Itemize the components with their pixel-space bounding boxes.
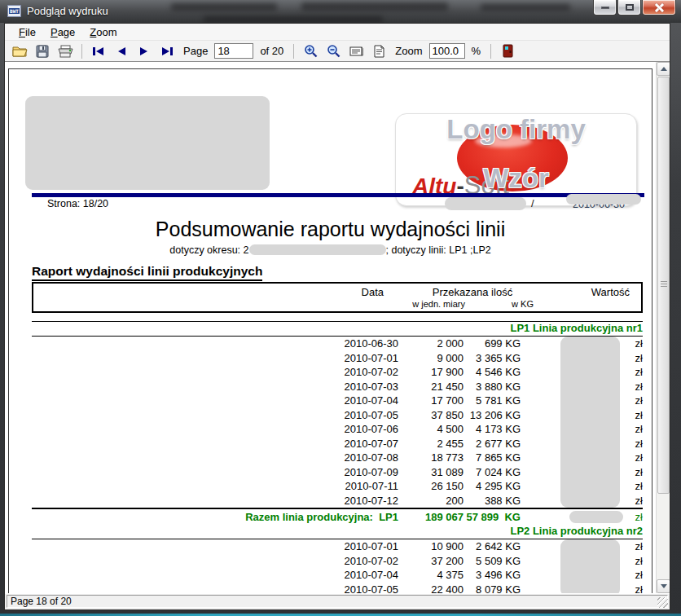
whole-page-button[interactable] [369,42,389,60]
scroll-down-button[interactable] [657,579,670,593]
menu-zoom[interactable]: Zoom [82,24,124,40]
redaction-blob [560,465,620,480]
cell-date: 2010-07-06 [301,423,398,435]
table-row: 2010-07-0537 85013 206 KGzł [32,408,643,423]
zoom-in-button[interactable] [301,42,320,60]
currency: zł [635,366,643,378]
table-row: 2010-07-1126 1504 295 KGzł [32,479,643,494]
cell-date: 2010-07-12 [301,495,398,507]
page-number-input[interactable] [214,43,253,59]
zoom-out-button[interactable] [323,42,343,60]
toolbar-separator [81,44,82,59]
table-row: 2010-07-019 0003 365 KGzł [32,351,643,366]
save-button[interactable] [33,42,52,60]
cell-date: 2010-07-09 [301,466,398,478]
cell-date: 2010-07-01 [301,352,398,364]
print-button[interactable] [55,42,75,60]
minimize-button[interactable] [593,0,617,15]
first-page-icon [92,46,105,56]
group-rows: 2010-07-0110 9002 642 KGzł 2010-07-0237 … [32,539,643,593]
cell-qty: 22 400 [398,583,464,593]
print-preview-window: BWT Podgląd wydruku File Page Zoom [0,0,681,616]
table-row: 2010-07-072 4552 677 KGzł [32,437,643,451]
col-header-qty-group: Przekazana ilość [400,284,522,299]
open-folder-icon [12,45,28,57]
open-button[interactable] [10,42,29,60]
last-page-button[interactable] [157,42,177,60]
currency: zł [635,337,643,350]
save-floppy-icon [36,45,49,58]
cell-qty: 10 900 [398,540,464,552]
report-table: LP1 Linia produkcyjna nr1 2010-06-302 00… [32,321,643,593]
table-row: 2010-07-0818 7737 865 KGzł [32,451,643,465]
table-row: 2010-07-0110 9002 642 KGzł [32,539,643,554]
group-header: LP1 Linia produkcyjna nr1 [32,322,643,336]
cell-qty: 26 150 [398,480,464,492]
first-page-button[interactable] [89,42,108,60]
currency: zł [635,495,643,507]
cell-kg: 8 079 KG [464,583,521,593]
scroll-up-icon [661,67,667,71]
preview-viewport[interactable]: Altu-Soft Logo firmy Wzór Strona: 18/20 … [5,62,670,593]
total-value: zł [521,509,643,525]
zoom-value-input[interactable] [429,43,465,59]
cell-qty: 9 000 [398,352,464,364]
table-row: 2010-07-0522 4008 079 KGzł [32,583,643,594]
menu-file[interactable]: File [11,24,43,40]
minimize-icon [601,7,609,9]
status-field: Page 18 of 20 [7,595,668,608]
cell-qty: 4 500 [398,423,464,435]
cell-kg: 2 642 KG [464,540,521,552]
cell-value: zł [521,365,643,380]
currency: zł [635,466,643,478]
scroll-down-icon [661,584,667,588]
scroll-up-button[interactable] [657,62,670,76]
resize-grip[interactable] [657,597,668,608]
currency: zł [635,352,643,364]
menu-page[interactable]: Page [43,24,82,40]
zoom-label: Zoom [395,45,422,57]
currency: zł [635,480,643,492]
scrollbar-grip-icon [661,281,667,288]
redaction-blob [560,479,620,494]
group-header: LP2 Linia produkcyjna nr2 [32,525,643,539]
table-row: 2010-07-0237 2005 509 KGzł [32,554,643,569]
cell-kg: 7 865 KG [464,451,521,464]
cell-qty: 4 375 [398,569,464,581]
total-row: Razem linia produkcyjna: LP1 189 067 57 … [32,509,643,525]
total-label: Razem linia produkcyjna: LP1 [32,511,398,523]
cell-qty: 2 000 [398,337,464,350]
cell-qty: 37 200 [398,555,464,567]
next-page-button[interactable] [134,42,154,60]
app-icon: BWT [7,5,21,17]
fit-width-button[interactable] [346,42,366,60]
col-header-qty-kg: w KG [465,299,534,311]
cell-kg: 699 KG [464,337,521,350]
status-text: Page 18 of 20 [11,596,72,607]
cell-value: zł [521,380,643,394]
cell-kg: 4 295 KG [464,480,521,492]
redaction-blob [560,380,620,394]
maximize-button[interactable] [617,0,641,15]
currency: zł [635,451,643,464]
title-bar[interactable]: BWT Podgląd wydruku [0,0,681,23]
table-row: 2010-07-0217 9004 546 KGzł [32,365,643,380]
currency: zł [635,438,643,450]
window-title: Podgląd wydruku [27,5,108,17]
cell-value: zł [521,337,643,351]
redaction-blob [569,511,623,523]
cell-qty: 2 455 [398,438,464,450]
table-row: 2010-06-302 000699 KGzł [32,337,643,351]
scrollbar-thumb[interactable] [657,77,670,494]
prev-page-button[interactable] [112,42,131,60]
maximize-icon [626,4,634,11]
redaction-blob [560,568,620,583]
vertical-scrollbar[interactable] [656,62,670,593]
page-label: Page [183,45,208,57]
close-button[interactable] [642,0,676,15]
group-rows: 2010-06-302 000699 KGzł 2010-07-019 0003… [32,337,643,508]
cell-date: 2010-07-07 [301,438,398,450]
cell-date: 2010-07-02 [301,555,398,567]
exit-button[interactable] [498,42,517,60]
logo-watermark-line2: Wzór [396,163,636,194]
